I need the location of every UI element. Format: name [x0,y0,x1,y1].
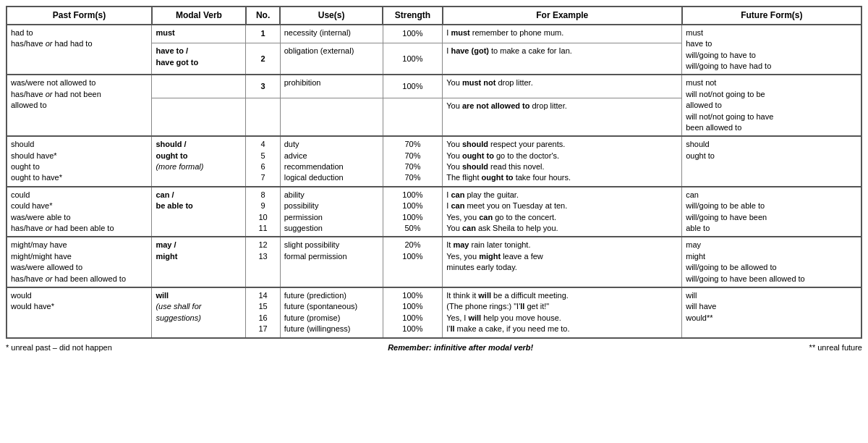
example-891011: I can play the guitar.I can meet you on … [443,187,682,237]
example-14151617: It think it will be a difficult meeting.… [443,287,682,338]
strength-1213: 20%100% [383,237,443,287]
modal-verb-will: will(use shall forsuggestions) [152,287,246,338]
example-3b: You are not allowed to drop litter. [443,98,682,136]
strength-891011: 100%100%100%50% [383,187,443,237]
table-row: had tohas/have or had had to must 1 nece… [7,25,861,43]
modal-verb-be-not-allowed: be notallowed to [152,98,246,136]
use-prohibition: prohibition [280,75,383,98]
modal-verb-should: should /ought to(more formal) [152,136,246,187]
strength-4567: 70%70%70%70% [383,136,443,187]
no-891011: 891011 [246,187,280,237]
no-1213: 1213 [246,237,280,287]
modal-verb-have-to: have to /have got to [152,43,246,75]
example-2: I have (got) to make a cake for Ian. [443,43,682,75]
past-forms-2: was/were not allowed tohas/have or had n… [7,75,152,136]
modal-verbs-table: Past Form(s) Modal Verb No. Use(s) Stren… [6,6,862,339]
header-past: Past Form(s) [7,7,152,25]
header-strength: Strength [383,7,443,25]
use-slight-possibility: slight possibilityformal permission [280,237,383,287]
footnote-left: * unreal past – did not happen [6,343,112,352]
example-1: I must remember to phone mum. [443,25,682,43]
no-14151617: 14151617 [246,287,280,338]
table-row: was/were not allowed tohas/have or had n… [7,75,861,98]
table-row: shouldshould have*ought toought to have*… [7,136,861,187]
strength-3: 100% [383,75,443,98]
past-forms-3: shouldshould have*ought toought to have* [7,136,152,187]
table-row: wouldwould have* will(use shall forsugge… [7,287,861,338]
use-ability: abilitypossibilitypermissionsuggestion [280,187,383,237]
example-3: You must not drop litter. [443,75,682,98]
no-2: 2 [246,43,280,75]
table-row: might/may havemight/might havewas/were a… [7,237,861,287]
future-2: must notwill not/not going to beallowed … [682,75,861,136]
past-forms-6: wouldwould have* [7,287,152,338]
modal-verb-may: may /might [152,237,246,287]
footnote-right: ** unreal future [809,343,862,352]
footnote-center: Remember: infinitive after modal verb! [388,343,533,352]
use-blank-2 [280,98,383,136]
table-row: couldcould have*was/were able tohas/have… [7,187,861,237]
header-modal: Modal Verb [152,7,246,25]
use-necessity: necessity (internal) [280,25,383,43]
no-3: 3 [246,75,280,98]
past-forms-4: couldcould have*was/were able tohas/have… [7,187,152,237]
no-blank-2 [246,98,280,136]
no-4567: 4567 [246,136,280,187]
example-1213: It may rain later tonight.Yes, you might… [443,237,682,287]
strength-14151617: 100%100%100%100% [383,287,443,338]
future-3: shouldought to [682,136,861,187]
header-use: Use(s) [280,7,383,25]
no-1: 1 [246,25,280,43]
modal-verb-can: can /be able to [152,187,246,237]
example-4567: You should respect your parents.You ough… [443,136,682,187]
header-future: Future Form(s) [682,7,861,25]
strength-2: 100% [383,43,443,75]
future-5: maymightwill/going to be allowed towill/… [682,237,861,287]
past-forms-5: might/may havemight/might havewas/were a… [7,237,152,287]
use-duty: dutyadvicerecommendationlogical deductio… [280,136,383,187]
use-obligation: obligation (external) [280,43,383,75]
future-4: canwill/going to be able towill/going to… [682,187,861,237]
header-example: For Example [443,7,682,25]
strength-1: 100% [383,25,443,43]
use-future: future (prediction)future (spontaneous)f… [280,287,383,338]
modal-verb-must: must [152,25,246,43]
past-forms-1: had tohas/have or had had to [7,25,152,75]
future-6: willwill havewould** [682,287,861,338]
header-no: No. [246,7,280,25]
modal-verb-must-not: must not [152,75,246,98]
future-1: musthave towill/going to have towill/goi… [682,25,861,75]
strength-blank-2 [383,98,443,136]
footnotes: * unreal past – did not happen Remember:… [6,343,862,352]
